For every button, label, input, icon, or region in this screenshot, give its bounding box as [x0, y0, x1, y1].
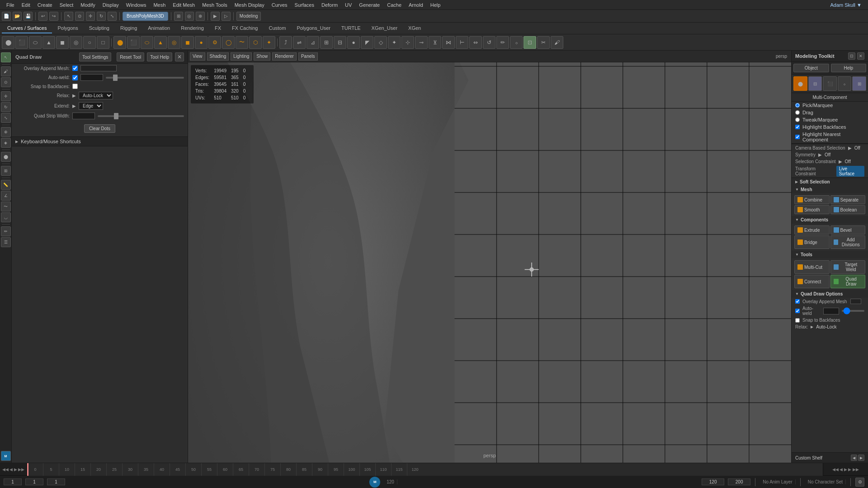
snap-curve-icon[interactable]: ◎: [185, 12, 194, 21]
nurbs-cone-icon[interactable]: ▲: [42, 36, 55, 49]
prev-shelf-icon[interactable]: ◀: [851, 455, 857, 461]
spin-edge-icon[interactable]: ↺: [483, 36, 495, 49]
qd-snap-checkbox[interactable]: [795, 318, 800, 323]
menu-select[interactable]: Select: [56, 0, 77, 10]
vp-shading-menu[interactable]: Shading: [207, 52, 229, 61]
menu-mesh-tools[interactable]: Mesh Tools: [198, 0, 231, 10]
quad-draw-options-header[interactable]: ▼ Quad Draw Options: [792, 290, 868, 298]
combine-button[interactable]: Combine: [794, 195, 830, 204]
select-icon[interactable]: ↖: [64, 12, 73, 21]
bevel-icon[interactable]: ⊿: [307, 36, 319, 49]
face-mode-icon[interactable]: ⬛: [823, 76, 837, 91]
menu-curves[interactable]: Curves: [268, 0, 291, 10]
vertex-mode-icon[interactable]: ⬤: [793, 76, 807, 91]
selected-field[interactable]: 1: [47, 479, 65, 485]
smooth-button[interactable]: Smooth: [794, 205, 830, 214]
connect-icon[interactable]: ⊹: [401, 36, 414, 49]
quad-draw-tool-button[interactable]: Quad Draw: [830, 275, 866, 288]
angle-measure-btn[interactable]: ∠: [1, 191, 11, 201]
move-icon[interactable]: ✛: [86, 12, 95, 21]
vp-renderer-menu[interactable]: Renderer: [272, 52, 297, 61]
poly-helix-icon[interactable]: 〜: [236, 36, 248, 49]
poly-plane-icon[interactable]: ◼: [181, 36, 194, 49]
tab-animation[interactable]: Animation: [142, 23, 175, 33]
clear-dots-button[interactable]: Clear Dots: [84, 124, 115, 133]
scale-tool-btn[interactable]: ⤡: [1, 113, 11, 123]
rotate-tool-btn[interactable]: ↻: [1, 102, 11, 112]
show-manip-btn[interactable]: ⊞: [1, 166, 11, 176]
nurbs-sphere-icon[interactable]: ⬤: [2, 36, 14, 49]
menu-display[interactable]: Display: [99, 0, 123, 10]
components-section-header[interactable]: ▼ Components: [792, 216, 868, 224]
bridge-icon[interactable]: ⇌: [293, 36, 306, 49]
menu-create[interactable]: Create: [34, 0, 56, 10]
nurbs-cube-icon[interactable]: ⬛: [15, 36, 28, 49]
viewport-canvas[interactable]: X Y Z Verts: 19949 195 0 Edges:: [188, 62, 791, 463]
multi-cut-button[interactable]: Multi-Cut: [794, 260, 830, 274]
tab-sculpting[interactable]: Sculpting: [84, 23, 115, 33]
tab-xgen[interactable]: XGen: [403, 23, 426, 33]
extrude-button[interactable]: Extrude: [794, 225, 830, 235]
nurbs-plane-icon[interactable]: ◼: [56, 36, 69, 49]
menu-arnold[interactable]: Arnold: [405, 0, 427, 10]
menu-uv[interactable]: UV: [341, 0, 355, 10]
scale-icon[interactable]: ⤡: [108, 12, 117, 21]
quad-draw-icon[interactable]: ⊡: [524, 36, 536, 49]
menu-surfaces[interactable]: Surfaces: [291, 0, 318, 10]
menu-deform[interactable]: Deform: [318, 0, 341, 10]
split-icon[interactable]: ⊢: [456, 36, 468, 49]
tab-polygons-user[interactable]: Polygons_User: [291, 23, 336, 33]
poly-cylinder-icon[interactable]: ⬭: [141, 36, 153, 49]
vp-lighting-menu[interactable]: Lighting: [231, 52, 252, 61]
highlight-backfaces-checkbox[interactable]: [795, 125, 800, 129]
help-button[interactable]: Help: [831, 64, 867, 72]
menu-cache[interactable]: Cache: [383, 0, 405, 10]
ipr-render-icon[interactable]: ▷: [222, 12, 231, 21]
sculpt-icon[interactable]: ✏: [496, 36, 509, 49]
next-shelf-icon[interactable]: ▶: [858, 455, 864, 461]
keyboard-shortcuts-section[interactable]: ▶ Keyboard/Mouse Shortcuts: [12, 136, 188, 146]
quad-strip-width-input[interactable]: 20: [72, 113, 95, 119]
collapse-icon[interactable]: ⊻: [429, 36, 441, 49]
extend-dropdown[interactable]: Edge: [79, 102, 103, 110]
menu-modify[interactable]: Modify: [77, 0, 99, 10]
poly-cone-icon[interactable]: ▲: [154, 36, 167, 49]
separate-button[interactable]: Separate: [830, 195, 866, 204]
snap-to-backfaces-checkbox[interactable]: [72, 84, 78, 89]
move-tool-btn[interactable]: ✛: [1, 91, 11, 101]
soft-mod-btn[interactable]: ◈: [1, 138, 11, 148]
rotate-icon[interactable]: ↻: [97, 12, 106, 21]
timeline-ruler[interactable]: 0 5 10 15 20 25 30 35 40 45 50 55 60 65 …: [27, 463, 823, 476]
qd-auto-weld-input[interactable]: 10: [823, 308, 839, 314]
lasso-icon[interactable]: ⊙: [75, 12, 84, 21]
qd-overlay-checkbox[interactable]: [795, 299, 800, 304]
poly-disc-icon[interactable]: ●: [195, 36, 208, 49]
snap-point-icon[interactable]: ⊕: [196, 12, 205, 21]
close-toolkit-icon[interactable]: ✕: [857, 52, 864, 60]
tweak-marquee-radio[interactable]: [795, 117, 800, 122]
soft-selection-header[interactable]: ▶ Soft Selection: [792, 178, 868, 186]
menu-user[interactable]: Adam Skull ▼: [826, 0, 865, 10]
reset-tool-button[interactable]: Reset Tool: [117, 52, 144, 61]
grease-pencil-btn[interactable]: ✏: [1, 226, 11, 236]
bevel-button[interactable]: Bevel: [830, 225, 866, 235]
nurbs-cylinder-icon[interactable]: ⬭: [29, 36, 42, 49]
undo-icon[interactable]: ↩: [38, 12, 47, 21]
nurbs-torus-icon[interactable]: ◎: [70, 36, 82, 49]
render-icon[interactable]: ▶: [211, 12, 220, 21]
current-frame-field[interactable]: 1: [4, 479, 22, 485]
multi-component-icon[interactable]: ⊞: [852, 76, 866, 91]
sculpt-tool-btn[interactable]: ⬤: [1, 152, 11, 162]
boolean-button[interactable]: Boolean: [830, 205, 866, 214]
poly-sphere-icon[interactable]: ⬤: [113, 36, 126, 49]
status-settings-icon[interactable]: ⚙: [855, 478, 864, 487]
flip-icon[interactable]: ⇔: [469, 36, 482, 49]
merge-icon[interactable]: ⋈: [442, 36, 455, 49]
snap-grid-icon[interactable]: ⊞: [174, 12, 183, 21]
chamfer-icon[interactable]: ◇: [374, 36, 387, 49]
tab-rendering[interactable]: Rendering: [175, 23, 209, 33]
qd-auto-weld-checkbox[interactable]: [795, 309, 800, 313]
range-end-field[interactable]: [728, 479, 750, 485]
tool-help-button[interactable]: Tool Help: [147, 52, 172, 61]
auto-weld-input[interactable]: 10: [80, 74, 103, 81]
